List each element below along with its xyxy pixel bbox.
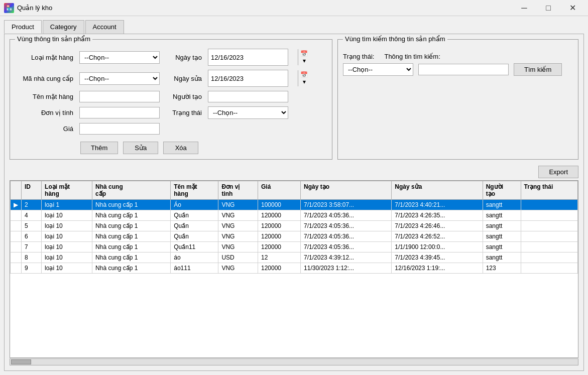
cell-ten-mat-hang: Quần [171, 231, 218, 242]
thong-tin-tim-kiem-input[interactable] [418, 64, 509, 75]
cell-ngay-tao: 7/1/2023 4:05:36... [301, 231, 392, 242]
row-arrow [11, 221, 22, 231]
cell-nguoi-tao: sangtt [483, 253, 521, 263]
ma-nha-cung-cap-select[interactable]: --Chọn-- [79, 72, 160, 85]
ngay-sua-calendar-btn[interactable]: 📅▾ [298, 70, 310, 86]
cell-ngay-tao: 7/1/2023 4:05:36... [301, 242, 392, 253]
cell-ngay-tao: 7/1/2023 3:58:07... [301, 200, 392, 210]
col-nguoi-tao: Ngườitạo [483, 181, 521, 200]
nguoi-tao-label: Người tạo [164, 93, 204, 100]
tab-account[interactable]: Account [85, 20, 124, 34]
export-row: Export [10, 166, 578, 178]
cell-gia: 120000 [258, 231, 300, 242]
gia-input[interactable] [79, 123, 160, 135]
ngay-sua-input[interactable]: 12/16/2023 [208, 73, 298, 84]
cell-nguoi-tao: sangtt [483, 210, 521, 221]
ngay-sua-label: Ngày sửa [164, 75, 204, 82]
row-arrow [11, 231, 22, 242]
search-panel-title: Vùng tìm kiếm thông tin sản phẩm [343, 35, 447, 43]
table-row[interactable]: ▶ 2 loại 1 Nhà cung cấp 1 Áo VNG 100000 … [11, 200, 578, 210]
cell-ten-mat-hang: Quần11 [171, 242, 218, 253]
horizontal-scrollbar[interactable] [10, 358, 578, 365]
ten-mat-hang-input[interactable] [79, 91, 160, 102]
cell-nha-cung-cap: Nhà cung cấp 1 [92, 242, 171, 253]
tab-category[interactable]: Category [43, 20, 84, 34]
cell-gia: 12 [258, 253, 300, 263]
form-panel-title: Vùng thông tin sản phẩm [15, 35, 92, 43]
ma-nha-cung-cap-label: Mã nhà cung cấp [15, 75, 75, 82]
maximize-button[interactable]: □ [537, 0, 560, 16]
cell-ngay-tao: 7/1/2023 4:39:12... [301, 253, 392, 263]
sua-button[interactable]: Sửa [123, 142, 158, 154]
trang-thai-search-select[interactable]: --Chọn-- [343, 63, 413, 76]
cell-trang-thai [521, 221, 577, 231]
cell-ngay-sua: 7/1/2023 4:40:21... [392, 200, 483, 210]
cell-ngay-tao: 7/1/2023 4:05:36... [301, 221, 392, 231]
cell-id: 6 [22, 231, 42, 242]
form-buttons: Thêm Sửa Xóa [15, 142, 327, 154]
cell-loai-mat-hang: loại 10 [42, 263, 92, 274]
minimize-button[interactable]: ─ [513, 0, 536, 16]
tim-kiem-button[interactable]: Tìm kiếm [514, 63, 562, 76]
them-button[interactable]: Thêm [80, 142, 118, 154]
cell-ngay-sua: 12/16/2023 1:19:... [392, 263, 483, 274]
cell-trang-thai [521, 242, 577, 253]
cell-don-vi-tinh: VNG [218, 231, 258, 242]
cell-ngay-sua: 1/1/1900 12:00:0... [392, 242, 483, 253]
table-row[interactable]: 4 loại 10 Nhà cung cấp 1 Quần VNG 120000… [11, 210, 578, 221]
ngay-tao-calendar-btn[interactable]: 📅▾ [298, 49, 310, 65]
col-loai-mat-hang: Loại mặthàng [42, 181, 92, 200]
cell-gia: 120000 [258, 263, 300, 274]
cell-gia: 120000 [258, 221, 300, 231]
cell-ngay-sua: 7/1/2023 4:26:35... [392, 210, 483, 221]
cell-nha-cung-cap: Nhà cung cấp 1 [92, 231, 171, 242]
cell-trang-thai [521, 231, 577, 242]
cell-nguoi-tao: sangtt [483, 242, 521, 253]
cell-loai-mat-hang: loại 10 [42, 210, 92, 221]
close-button[interactable]: ✕ [561, 0, 584, 16]
ngay-tao-input[interactable]: 12/16/2023 [208, 52, 298, 63]
cell-id: 9 [22, 263, 42, 274]
nguoi-tao-input[interactable] [208, 91, 288, 102]
cell-ten-mat-hang: áo111 [171, 263, 218, 274]
cell-trang-thai [521, 210, 577, 221]
data-table-wrap: ID Loại mặthàng Nhà cungcấp Tên mặthàng … [10, 180, 578, 358]
table-row[interactable]: 5 loại 10 Nhà cung cấp 1 Quần VNG 120000… [11, 221, 578, 231]
export-button[interactable]: Export [538, 166, 578, 178]
col-trang-thai: Trạng thái [521, 181, 577, 200]
app-icon: 🏪 [4, 3, 14, 13]
row-arrow [11, 210, 22, 221]
cell-loai-mat-hang: loại 1 [42, 200, 92, 210]
col-ten-mat-hang: Tên mặthàng [171, 181, 218, 200]
ngay-tao-label: Ngày tạo [164, 54, 204, 61]
cell-don-vi-tinh: VNG [218, 210, 258, 221]
cell-ten-mat-hang: áo [171, 253, 218, 263]
cell-ngay-sua: 7/1/2023 4:26:52... [392, 231, 483, 242]
cell-don-vi-tinh: VNG [218, 263, 258, 274]
cell-don-vi-tinh: VNG [218, 242, 258, 253]
cell-nguoi-tao: 123 [483, 263, 521, 274]
don-vi-tinh-input[interactable] [79, 107, 160, 118]
tab-product[interactable]: Product [4, 20, 42, 34]
trang-thai-search-label: Trạng thái: [343, 53, 374, 60]
main-content: Product Category Account Vùng thông tin … [0, 16, 588, 375]
cell-don-vi-tinh: VNG [218, 221, 258, 231]
row-arrow [11, 253, 22, 263]
table-row[interactable]: 7 loại 10 Nhà cung cấp 1 Quần11 VNG 1200… [11, 242, 578, 253]
form-panel: Vùng thông tin sản phẩm Loại mặt hàng --… [10, 39, 332, 160]
gia-label: Giá [15, 125, 75, 133]
cell-nguoi-tao: sangtt [483, 231, 521, 242]
table-row[interactable]: 6 loại 10 Nhà cung cấp 1 Quần VNG 120000… [11, 231, 578, 242]
col-arrow [11, 181, 22, 200]
cell-gia: 120000 [258, 210, 300, 221]
search-panel: Vùng tìm kiếm thông tin sản phẩm Trạng t… [337, 39, 578, 160]
row-arrow: ▶ [11, 200, 22, 210]
loai-mat-hang-label: Loại mặt hàng [15, 54, 75, 61]
table-row[interactable]: 8 loại 10 Nhà cung cấp 1 áo USD 12 7/1/2… [11, 253, 578, 263]
trang-thai-form-select[interactable]: --Chọn-- [208, 106, 288, 119]
cell-ten-mat-hang: Quần [171, 210, 218, 221]
xoa-button[interactable]: Xóa [163, 142, 198, 154]
table-row[interactable]: 9 loại 10 Nhà cung cấp 1 áo111 VNG 12000… [11, 263, 578, 274]
loai-mat-hang-select[interactable]: --Chọn-- [79, 51, 160, 64]
cell-id: 2 [22, 200, 42, 210]
